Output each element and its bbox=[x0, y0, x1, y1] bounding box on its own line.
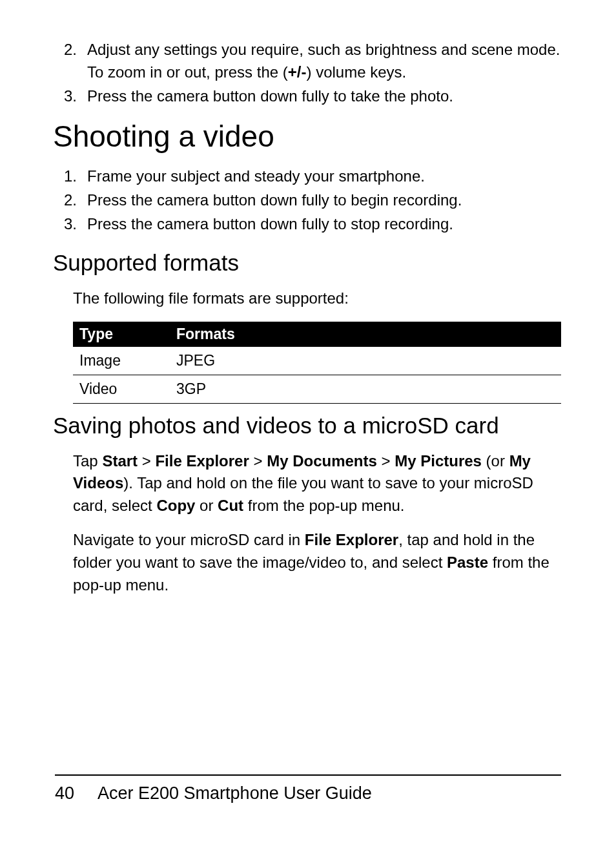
bold-text: My Pictures bbox=[395, 452, 482, 470]
list-item: 3.Press the camera button down fully to … bbox=[87, 213, 561, 236]
page-content: 2.Adjust any settings you require, such … bbox=[0, 0, 616, 596]
list-number: 3. bbox=[64, 85, 77, 108]
table-header-formats: Formats bbox=[170, 322, 561, 347]
list-item: 2.Adjust any settings you require, such … bbox=[87, 39, 561, 84]
table-row: ImageJPEG bbox=[73, 347, 561, 375]
formats-table: Type Formats ImageJPEGVideo3GP bbox=[73, 322, 561, 404]
bold-text: My Documents bbox=[267, 452, 377, 470]
list-number: 2. bbox=[64, 39, 77, 61]
bold-text: Start bbox=[102, 452, 138, 470]
intro-steps-list: 2.Adjust any settings you require, such … bbox=[55, 39, 561, 107]
table-row: Video3GP bbox=[73, 375, 561, 403]
table-cell: Video bbox=[73, 375, 170, 403]
bold-text: +/- bbox=[288, 63, 307, 81]
table-cell: Image bbox=[73, 347, 170, 375]
bold-text: File Explorer bbox=[305, 531, 398, 548]
table-header-type: Type bbox=[73, 322, 170, 347]
heading-supported-formats: Supported formats bbox=[53, 250, 561, 276]
bold-text: Copy bbox=[156, 497, 195, 514]
footer-title: Acer E200 Smartphone User Guide bbox=[98, 783, 372, 803]
page-footer: 40 Acer E200 Smartphone User Guide bbox=[55, 774, 561, 803]
table-cell: 3GP bbox=[170, 375, 561, 403]
bold-text: Cut bbox=[218, 497, 243, 514]
bold-text: File Explorer bbox=[155, 452, 249, 470]
heading-saving: Saving photos and videos to a microSD ca… bbox=[53, 413, 561, 439]
save-paragraph-2: Navigate to your microSD card in File Ex… bbox=[55, 529, 561, 596]
table-cell: JPEG bbox=[170, 347, 561, 375]
page-number: 40 bbox=[55, 783, 94, 803]
formats-intro-text: The following file formats are supported… bbox=[55, 287, 561, 310]
video-steps-list: 1.Frame your subject and steady your sma… bbox=[55, 165, 561, 235]
list-item: 2.Press the camera button down fully to … bbox=[87, 189, 561, 212]
list-number: 1. bbox=[64, 165, 77, 188]
list-number: 2. bbox=[64, 189, 77, 212]
heading-shooting-video: Shooting a video bbox=[53, 119, 561, 154]
list-item: 3.Press the camera button down fully to … bbox=[87, 85, 561, 108]
list-item: 1.Frame your subject and steady your sma… bbox=[87, 165, 561, 188]
save-paragraph-1: Tap Start > File Explorer > My Documents… bbox=[55, 450, 561, 517]
bold-text: Paste bbox=[447, 554, 488, 571]
list-number: 3. bbox=[64, 213, 77, 236]
